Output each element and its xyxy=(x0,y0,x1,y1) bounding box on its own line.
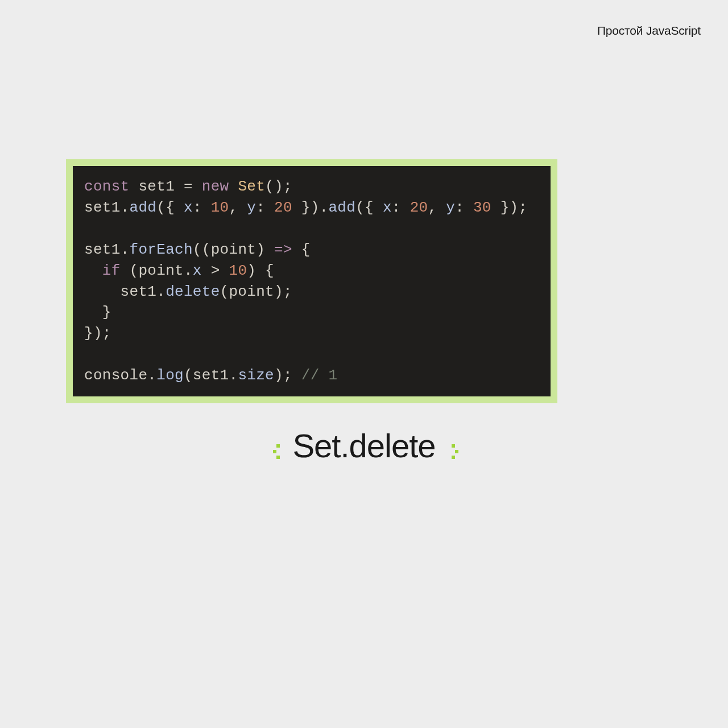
brand-label: Простой JavaScript xyxy=(597,24,701,38)
code-line: console.log(set1.size); // 1 xyxy=(73,365,551,386)
code-line: set1.delete(point); xyxy=(73,282,551,303)
chevron-left-icon xyxy=(271,440,279,452)
chevron-right-icon xyxy=(449,440,457,452)
code-line: }); xyxy=(73,323,551,344)
code-line: const set1 = new Set(); xyxy=(73,176,551,197)
code-line: } xyxy=(73,302,551,323)
code-line: if (point.x > 10) { xyxy=(73,260,551,282)
page-title: Set.delete xyxy=(292,427,435,465)
code-line: set1.add({ x: 10, y: 20 }).add({ x: 20, … xyxy=(73,197,551,218)
code-line: set1.forEach((point) => { xyxy=(73,239,551,260)
code-line xyxy=(73,218,551,239)
code-frame: const set1 = new Set();set1.add({ x: 10,… xyxy=(66,159,557,403)
title-row: Set.delete xyxy=(0,427,728,465)
code-line xyxy=(73,344,551,365)
code-block: const set1 = new Set();set1.add({ x: 10,… xyxy=(73,166,551,396)
